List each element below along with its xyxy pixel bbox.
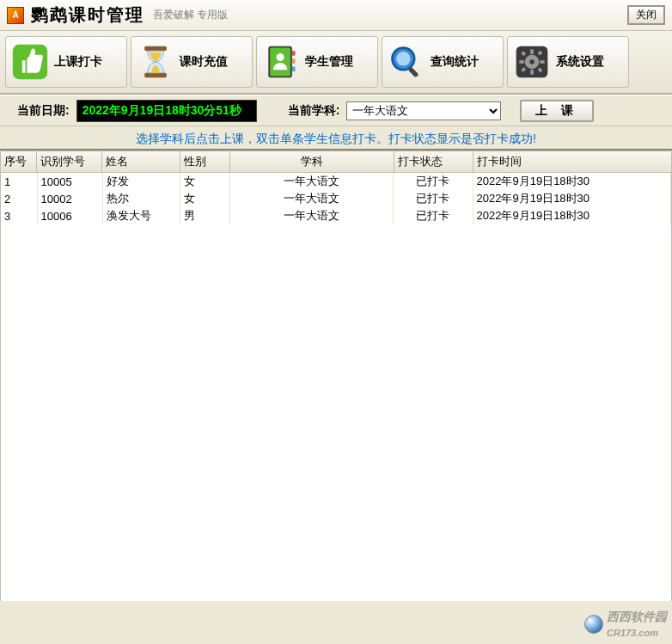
cell-status: 已打卡 [394,173,473,190]
col-header-sex[interactable]: 性别 [180,151,229,173]
current-date-value: 2022年9月19日18时30分51秒 [76,100,257,122]
thumbs-up-icon [11,43,49,81]
address-book-icon [262,43,300,81]
svg-rect-15 [530,49,534,54]
cell-subject: 一年大语文 [230,207,394,224]
cell-name: 涣发大号 [102,207,180,224]
recharge-label: 课时充值 [180,54,228,70]
main-toolbar: 上课打卡 课时充值 学生管 [0,31,672,95]
table-row[interactable]: 110005好发女一年大语文已打卡2022年9月19日18时30 [1,173,671,190]
col-header-sid[interactable]: 识别学号 [37,151,102,173]
app-subtitle: 吾爱破解 专用版 [153,8,228,22]
svg-rect-16 [530,70,534,75]
settings-button[interactable]: 系统设置 [507,36,629,88]
col-header-index[interactable]: 序号 [1,151,37,173]
cell-sid: 10005 [37,173,102,190]
current-date-label: 当前日期: [17,103,70,119]
cell-time: 2022年9月19日18时30 [473,173,670,190]
app-icon: A [7,7,24,24]
students-label: 学生管理 [305,54,353,70]
svg-rect-18 [540,60,545,64]
svg-rect-6 [292,51,296,55]
cell-status: 已打卡 [394,190,473,207]
table-row[interactable]: 210002热尔女一年大语文已打卡2022年9月19日18时30 [1,190,671,207]
col-header-time[interactable]: 打卡时间 [473,151,672,173]
subject-select[interactable]: 一年大语文 [346,101,501,120]
stats-label: 查询统计 [431,54,479,70]
attend-button[interactable]: 上课打卡 [5,36,127,88]
svg-point-14 [529,59,535,64]
control-bar: 当前日期: 2022年9月19日18时30分51秒 当前学科: 一年大语文 上 … [0,95,672,126]
svg-rect-4 [270,48,290,77]
svg-point-5 [277,53,284,61]
gear-icon [513,43,551,81]
app-title: 鹦鹉课时管理 [31,3,144,27]
col-header-subject[interactable]: 学科 [230,151,394,173]
cell-status: 已打卡 [394,207,473,224]
cell-name: 热尔 [102,190,180,207]
start-class-button[interactable]: 上 课 [520,100,594,122]
svg-rect-7 [292,58,296,64]
table-row[interactable]: 310006涣发大号男一年大语文已打卡2022年9月19日18时30 [1,207,671,224]
cell-idx: 1 [1,173,37,190]
cell-sex: 女 [180,173,229,190]
hint-text: 选择学科后点击上课，双击单条学生信息打卡。打卡状态显示是否打卡成功! [0,126,672,149]
current-subject-label: 当前学科: [288,103,340,119]
cell-idx: 2 [1,190,37,207]
cell-subject: 一年大语文 [230,173,394,190]
cell-sid: 10006 [37,207,102,224]
svg-point-10 [396,52,411,66]
student-table: 序号 识别学号 姓名 性别 学科 打卡状态 打卡时间 110005好发女一年大语… [0,149,672,601]
close-button[interactable]: 关闭 [627,5,665,25]
cell-time: 2022年9月19日18时30 [473,190,670,207]
svg-rect-2 [144,73,167,78]
recharge-button[interactable]: 课时充值 [131,36,253,88]
hourglass-icon [137,43,174,81]
svg-rect-8 [292,67,296,72]
titlebar: A 鹦鹉课时管理 吾爱破解 专用版 关闭 [0,0,672,31]
cell-subject: 一年大语文 [230,190,394,207]
col-header-status[interactable]: 打卡状态 [394,151,473,173]
cell-sex: 女 [180,190,229,207]
svg-rect-1 [144,46,167,52]
col-header-name[interactable]: 姓名 [102,151,180,173]
stats-button[interactable]: 查询统计 [382,36,504,88]
cell-sex: 男 [180,207,229,224]
svg-rect-17 [519,60,524,64]
students-button[interactable]: 学生管理 [256,36,378,88]
attend-label: 上课打卡 [54,54,102,70]
cell-name: 好发 [102,173,180,190]
magnifier-icon [388,43,425,81]
settings-label: 系统设置 [556,54,604,70]
cell-idx: 3 [1,207,37,224]
table-header-row: 序号 识别学号 姓名 性别 学科 打卡状态 打卡时间 [1,151,672,173]
cell-time: 2022年9月19日18时30 [473,207,670,224]
cell-sid: 10002 [37,190,102,207]
